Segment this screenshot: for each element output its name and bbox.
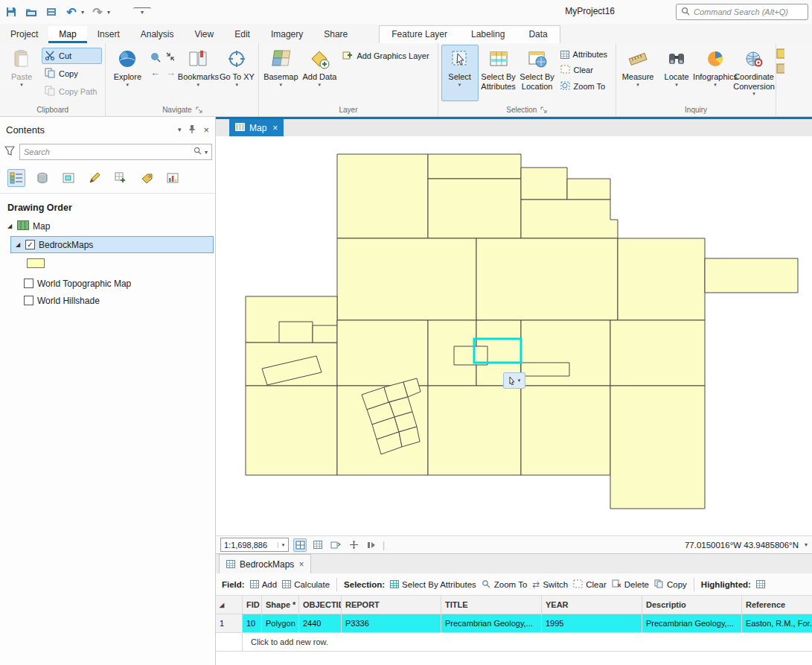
row-number-cell[interactable]: 1: [216, 614, 243, 633]
cell-report[interactable]: P3336: [342, 614, 441, 633]
world-topographic-checkbox[interactable]: [24, 279, 33, 288]
contents-search-box[interactable]: ▾: [19, 144, 212, 160]
layer-world-hillshade[interactable]: World Hillshade: [0, 292, 215, 309]
paste-button[interactable]: Paste ▾: [3, 45, 40, 101]
table-select-by-attributes-button[interactable]: Select By Attributes: [390, 580, 476, 589]
highlighted-clipped-icon[interactable]: [756, 580, 765, 588]
selection-dialog-launcher[interactable]: [540, 106, 547, 113]
coordinate-conversion-button[interactable]: Coordinate Conversion ▾: [735, 45, 773, 101]
column-header-descriptio[interactable]: Descriptio: [642, 596, 742, 614]
undo-button[interactable]: ↶: [63, 4, 80, 20]
table-tab-close-icon[interactable]: ×: [298, 559, 304, 570]
floating-select-chevron[interactable]: ▾: [518, 378, 521, 384]
contents-menu-chevron[interactable]: ▾: [178, 126, 182, 133]
navigate-dialog-launcher[interactable]: [196, 106, 202, 113]
add-graphics-layer-button[interactable]: Add Graphics Layer: [339, 48, 434, 64]
command-search-input[interactable]: [694, 7, 803, 16]
basemap-button[interactable]: Basemap ▾: [262, 45, 299, 101]
tab-share[interactable]: Share: [313, 26, 358, 43]
full-extent-button[interactable]: [147, 49, 162, 64]
cell-fid[interactable]: 10: [243, 614, 262, 633]
layer-world-topographic[interactable]: World Topographic Map: [0, 275, 215, 292]
customize-quick-access-button[interactable]: ▾: [133, 7, 151, 16]
list-by-editing-button[interactable]: [86, 169, 103, 187]
floating-select-tool[interactable]: ▾: [503, 372, 525, 389]
copy-path-button[interactable]: Copy Path: [42, 83, 102, 100]
add-field-button[interactable]: Add: [250, 580, 277, 589]
attributes-button[interactable]: Attributes: [557, 48, 613, 61]
list-by-charts-button[interactable]: [164, 169, 182, 187]
bedrockmaps-symbol-row[interactable]: [0, 255, 215, 272]
list-by-snapping-button[interactable]: [112, 169, 130, 187]
bedrockmaps-checkbox[interactable]: ✓: [25, 240, 35, 249]
tab-map[interactable]: Map: [48, 26, 86, 43]
list-by-data-source-button[interactable]: [33, 169, 51, 187]
save-project-button[interactable]: [2, 4, 20, 20]
column-header-fid[interactable]: FID: [243, 596, 262, 614]
tab-project[interactable]: Project: [0, 26, 48, 43]
cell-descriptio[interactable]: Precambrian Geology,...: [642, 614, 742, 633]
table-zoom-to-button[interactable]: Zoom To: [482, 579, 528, 590]
table-clear-button[interactable]: Clear: [573, 579, 606, 590]
select-button[interactable]: Select ▾: [441, 45, 479, 101]
close-pane-icon[interactable]: ×: [203, 124, 209, 136]
tab-insert[interactable]: Insert: [87, 26, 130, 43]
tab-feature-layer[interactable]: Feature Layer: [380, 26, 459, 43]
cell-shape[interactable]: Polygon: [262, 614, 299, 633]
statusbar-pan-crosshair-icon[interactable]: [347, 538, 360, 552]
zoom-to-selection-button[interactable]: Zoom To: [557, 79, 613, 94]
column-header-report[interactable]: REPORT: [342, 596, 441, 614]
column-header-reference[interactable]: Reference: [742, 596, 812, 614]
measure-button[interactable]: Measure ▾: [619, 45, 656, 101]
command-search[interactable]: [676, 4, 808, 20]
infographics-button[interactable]: Infographics ▾: [697, 45, 734, 101]
add-row-hint-cell[interactable]: Click to add new row.: [243, 633, 812, 652]
contents-search-input[interactable]: [24, 147, 191, 156]
statusbar-flicker-icon[interactable]: [365, 538, 378, 552]
calculate-field-button[interactable]: Calculate: [282, 580, 330, 589]
previous-extent-button[interactable]: ←: [147, 65, 162, 80]
bedrockmaps-expand-triangle[interactable]: ◢: [14, 241, 22, 248]
cell-year[interactable]: 1995: [542, 614, 642, 633]
statusbar-refresh-grid-icon[interactable]: [329, 538, 342, 552]
bedrockmaps-table-tab[interactable]: BedrockMaps ×: [219, 554, 311, 573]
cell-title[interactable]: Precambrian Geology,...: [441, 614, 542, 633]
undo-dropdown-chevron[interactable]: ▾: [79, 9, 86, 16]
pin-icon[interactable]: [188, 124, 196, 136]
fixed-zoom-in-button[interactable]: [163, 49, 178, 64]
row-selector-header[interactable]: ◢: [216, 596, 243, 614]
filter-icon[interactable]: [4, 146, 15, 158]
goto-xy-button[interactable]: Go To XY ▾: [218, 45, 255, 101]
list-by-selection-button[interactable]: [60, 169, 77, 187]
table-delete-button[interactable]: Delete: [612, 579, 649, 590]
contents-search-chevron[interactable]: ▾: [205, 149, 208, 156]
cell-reference[interactable]: Easton, R.M., For...: [742, 614, 812, 633]
redo-dropdown-chevron[interactable]: ▾: [105, 9, 112, 16]
column-header-title[interactable]: TITLE: [441, 596, 542, 614]
layer-map[interactable]: ◢ Map: [0, 217, 215, 235]
polygon-symbol-swatch[interactable]: [27, 258, 45, 268]
map-scale-chevron[interactable]: ▾: [278, 542, 288, 548]
copy-button[interactable]: Copy: [42, 66, 102, 82]
map-expand-triangle[interactable]: ◢: [6, 223, 13, 229]
select-by-location-button[interactable]: Select By Location: [519, 45, 556, 101]
table-copy-button[interactable]: Copy: [654, 579, 687, 590]
add-data-button[interactable]: Add Data ▾: [301, 45, 338, 101]
tab-imagery[interactable]: Imagery: [260, 26, 313, 43]
tab-analysis[interactable]: Analysis: [130, 26, 185, 43]
column-header-year[interactable]: YEAR: [542, 596, 642, 614]
map-scale-combo[interactable]: 1:1,698,886 ▾: [220, 538, 289, 552]
list-by-labeling-button[interactable]: [138, 169, 156, 187]
table-row-selected[interactable]: 1 10 Polygon 2440 P3336 Precambrian Geol…: [216, 614, 812, 633]
list-by-drawing-order-button[interactable]: [7, 169, 25, 187]
map-tab-close-icon[interactable]: ×: [272, 123, 278, 133]
layer-bedrockmaps[interactable]: ◢ ✓ BedrockMaps: [10, 236, 214, 253]
statusbar-table-icon[interactable]: [311, 538, 325, 552]
tab-edit[interactable]: Edit: [224, 26, 260, 43]
map-canvas[interactable]: ▾: [216, 136, 812, 535]
tab-data[interactable]: Data: [517, 26, 559, 43]
next-extent-button[interactable]: →: [163, 65, 178, 80]
clear-selection-button[interactable]: Clear: [557, 63, 613, 77]
table-switch-button[interactable]: ⇄ Switch: [532, 579, 568, 590]
explore-button[interactable]: Explore ▾: [109, 45, 146, 101]
